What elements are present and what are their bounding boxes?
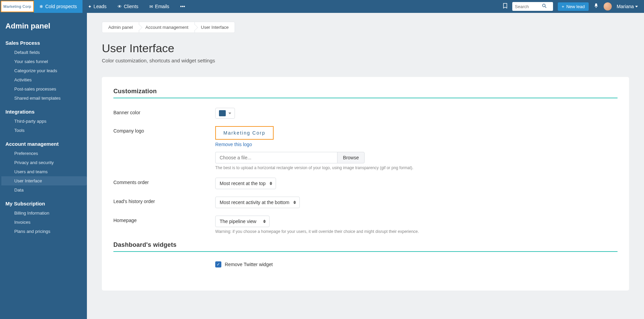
nav-more-button[interactable]: ••• (175, 0, 191, 13)
row-comments-order: Comments order Most recent at the top (113, 178, 618, 189)
sidebar: Admin panel Sales Process Default fields… (0, 13, 87, 319)
page-subtitle: Color customization, shortcuts and widge… (102, 58, 629, 63)
sidebar-section-integrations: Integrations Third-party apps Tools (0, 105, 87, 138)
sidebar-item-tools[interactable]: Tools (0, 126, 87, 135)
sparkle-icon: ✦ (88, 4, 92, 9)
nav-tab-leads[interactable]: ✦ Leads (82, 0, 112, 13)
select-value: Most recent at the top (220, 181, 265, 186)
breadcrumb-item-account-management[interactable]: Account management (139, 22, 195, 33)
bell-icon[interactable] (593, 3, 599, 10)
label-homepage: Homepage (113, 216, 215, 223)
row-history-order: Lead's history order Most recent activit… (113, 197, 618, 208)
label-banner-color: Banner color (113, 108, 215, 115)
nav-tab-label: Leads (94, 4, 107, 9)
sidebar-item-users-teams[interactable]: Users and teams (0, 167, 87, 176)
caret-down-icon (635, 6, 638, 7)
file-picker: Browse (215, 152, 365, 163)
sidebar-item-invoices[interactable]: Invoices (0, 218, 87, 227)
page-title: User Interface (102, 42, 629, 55)
new-lead-label: New lead (566, 4, 585, 9)
sidebar-section-my-subscription: My Subscription Billing Information Invo… (0, 197, 87, 239)
sidebar-item-privacy-security[interactable]: Privacy and security (0, 158, 87, 167)
nav-right: + New lead Mariana (503, 0, 644, 13)
sidebar-item-plans-pricings[interactable]: Plans and pricings (0, 227, 87, 236)
sidebar-item-email-templates[interactable]: Shared email templates (0, 94, 87, 103)
select-arrows-icon (263, 220, 266, 223)
select-arrows-icon (270, 182, 272, 185)
nav-tab-clients[interactable]: 👁 Clients (112, 0, 144, 13)
settings-card: Customization Banner color Company logo … (102, 77, 629, 291)
sidebar-title: Admin panel (0, 19, 87, 37)
row-homepage: Homepage The pipeline view Warning: if y… (113, 216, 618, 234)
label-comments-order: Comments order (113, 178, 215, 185)
breadcrumb: Admin panel Account management User Inte… (102, 22, 235, 33)
history-order-select[interactable]: Most recent activity at the bottom (215, 197, 300, 208)
sidebar-section-title: Account management (0, 138, 87, 149)
sidebar-item-data[interactable]: Data (0, 185, 87, 195)
section-title-customization: Customization (113, 88, 618, 98)
row-remove-twitter: ✓ Remove Twitter widget (113, 261, 618, 272)
sidebar-item-billing-information[interactable]: Billing Information (0, 208, 87, 218)
bookmark-icon[interactable] (503, 3, 508, 10)
row-banner-color: Banner color (113, 108, 618, 119)
browse-button[interactable]: Browse (337, 152, 365, 163)
user-menu[interactable]: Mariana (617, 4, 638, 9)
search-icon[interactable] (542, 4, 547, 9)
remove-logo-link[interactable]: Remove this logo (215, 142, 618, 147)
homepage-warning: Warning: if you choose a homepage for yo… (215, 229, 618, 234)
company-logo-small[interactable]: Marketing Corp (1, 1, 34, 12)
select-arrows-icon (293, 201, 296, 204)
select-value: Most recent activity at the bottom (220, 200, 289, 205)
sidebar-section-title: My Subscription (0, 197, 87, 208)
remove-twitter-checkbox-row: ✓ Remove Twitter widget (215, 261, 618, 267)
breadcrumb-item-user-interface[interactable]: User Interface (195, 22, 235, 33)
search-input[interactable] (515, 4, 542, 9)
main-content: Admin panel Account management User Inte… (87, 13, 644, 319)
sidebar-item-default-fields[interactable]: Default fields (0, 48, 87, 57)
logo-help-text: The best is to upload a horizontal recta… (215, 165, 618, 170)
sidebar-item-preferences[interactable]: Preferences (0, 149, 87, 158)
ellipsis-icon: ••• (180, 4, 185, 9)
sidebar-section-title: Integrations (0, 105, 87, 117)
section-title-widgets: Dashboard's widgets (113, 241, 618, 252)
breadcrumb-item-admin-panel[interactable]: Admin panel (102, 22, 139, 33)
sidebar-section-account-management: Account management Preferences Privacy a… (0, 138, 87, 197)
homepage-select[interactable]: The pipeline view (215, 216, 270, 227)
svg-line-1 (545, 6, 546, 8)
comments-order-select[interactable]: Most recent at the top (215, 178, 276, 189)
search-input-wrap (512, 2, 553, 11)
plus-icon: + (562, 4, 565, 9)
remove-twitter-checkbox[interactable]: ✓ (215, 261, 221, 267)
nav-tab-label: Clients (124, 4, 139, 9)
file-input[interactable] (215, 152, 337, 163)
svg-point-0 (542, 4, 545, 7)
nav-tab-label: Emails (155, 4, 169, 9)
sidebar-item-post-sales[interactable]: Post-sales processes (0, 84, 87, 94)
nav-tab-cold-prospects[interactable]: ❄ Cold prospects (34, 0, 82, 13)
sidebar-item-third-party-apps[interactable]: Third-party apps (0, 117, 87, 126)
sidebar-item-categorize-leads[interactable]: Categorize your leads (0, 66, 87, 75)
label-company-logo: Company logo (113, 126, 215, 134)
nav-tab-label: Cold prospects (45, 4, 77, 9)
sidebar-item-user-interface[interactable]: User Interface (1, 176, 87, 185)
top-navbar: Marketing Corp ❄ Cold prospects ✦ Leads … (0, 0, 644, 13)
avatar[interactable] (604, 2, 612, 11)
nav-tabs: ❄ Cold prospects ✦ Leads 👁 Clients ✉ Ema… (34, 0, 190, 13)
sidebar-section-title: Sales Process (0, 37, 87, 48)
snowflake-icon: ❄ (39, 4, 43, 9)
color-swatch (219, 110, 226, 116)
caret-down-icon (228, 113, 231, 114)
label-history-order: Lead's history order (113, 197, 215, 204)
nav-tab-emails[interactable]: ✉ Emails (144, 0, 175, 13)
sidebar-item-sales-funnel[interactable]: Your sales funnel (0, 57, 87, 66)
sidebar-section-sales-process: Sales Process Default fields Your sales … (0, 37, 87, 105)
new-lead-button[interactable]: + New lead (558, 2, 589, 11)
logo-preview: Marketing Corp (215, 126, 274, 140)
user-name-label: Mariana (617, 4, 634, 9)
sidebar-item-activities[interactable]: Activities (0, 75, 87, 84)
banner-color-picker[interactable] (215, 108, 235, 119)
envelope-icon: ✉ (149, 4, 153, 9)
row-company-logo: Company logo Marketing Corp Remove this … (113, 126, 618, 170)
remove-twitter-label: Remove Twitter widget (225, 262, 273, 267)
eye-icon: 👁 (117, 4, 122, 9)
